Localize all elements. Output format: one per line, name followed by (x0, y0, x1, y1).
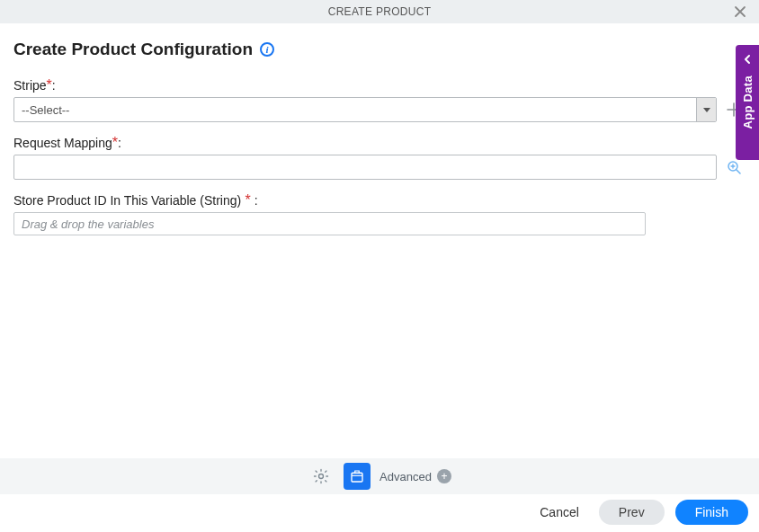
plus-circle-icon: + (437, 469, 451, 483)
close-icon[interactable] (734, 5, 746, 18)
svg-point-1 (319, 474, 324, 479)
chevron-left-icon (742, 52, 753, 68)
stripe-label: Stripe (13, 78, 47, 93)
app-data-panel-label: App Data (741, 75, 755, 129)
app-data-panel-toggle[interactable]: App Data (736, 45, 759, 160)
bottom-toolbar: Advanced + (0, 458, 759, 494)
finish-button[interactable]: Finish (675, 500, 748, 525)
store-var-dropzone[interactable]: Drag & drop the variables (13, 212, 646, 235)
advanced-toggle[interactable]: Advanced + (380, 469, 451, 483)
request-mapping-input[interactable] (13, 155, 717, 180)
store-var-placeholder: Drag & drop the variables (22, 217, 154, 231)
cancel-button[interactable]: Cancel (531, 500, 588, 525)
settings-button[interactable] (308, 463, 335, 490)
chevron-down-icon (696, 98, 716, 121)
search-zoom-icon[interactable] (726, 159, 746, 175)
stripe-select[interactable]: --Select-- (13, 97, 717, 122)
package-button[interactable] (344, 463, 371, 490)
prev-button[interactable]: Prev (599, 500, 665, 525)
request-mapping-label: Request Mapping (13, 136, 112, 150)
modal-title: CREATE PRODUCT (328, 5, 432, 18)
info-icon[interactable]: i (260, 42, 274, 57)
stripe-select-value: --Select-- (22, 103, 69, 117)
modal-header: CREATE PRODUCT (0, 0, 759, 23)
store-var-label: Store Product ID In This Variable (Strin… (13, 193, 241, 208)
advanced-label: Advanced (380, 470, 432, 483)
page-title: Create Product Configuration (13, 40, 253, 59)
svg-rect-2 (352, 473, 362, 482)
